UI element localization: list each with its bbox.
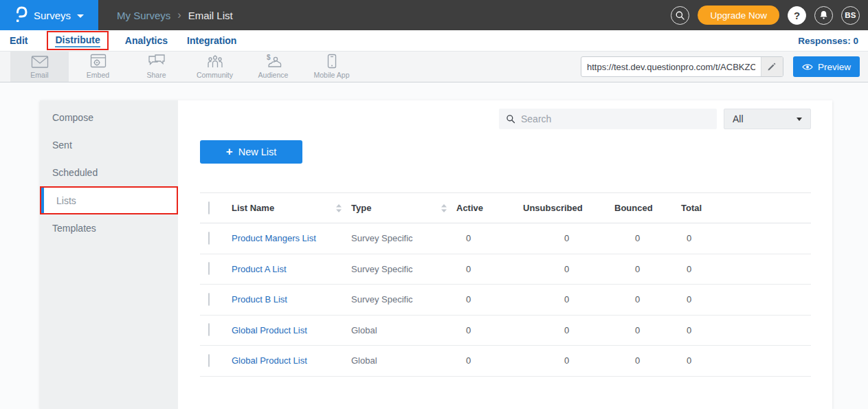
tab-edit[interactable]: Edit bbox=[10, 34, 27, 47]
topbar-actions: Upgrade Now ? BS bbox=[671, 5, 868, 25]
search-box bbox=[499, 109, 717, 129]
column-header-type[interactable]: Type bbox=[351, 203, 456, 213]
preview-button[interactable]: Preview bbox=[793, 56, 860, 77]
row-checkbox[interactable] bbox=[208, 354, 210, 367]
list-name-link[interactable]: Global Product List bbox=[232, 355, 351, 366]
channel-mobile-app[interactable]: Mobile App bbox=[302, 52, 361, 82]
list-type: Survey Specific bbox=[351, 264, 456, 274]
table-row: Product A List Survey Specific 0 0 0 0 bbox=[200, 254, 811, 285]
total-count: 0 bbox=[681, 233, 811, 243]
unsubscribed-count: 0 bbox=[523, 325, 614, 335]
tab-integration[interactable]: Integration bbox=[187, 34, 236, 47]
toolbar-right: Preview bbox=[581, 52, 868, 82]
column-label: Total bbox=[681, 203, 702, 213]
column-header-active: Active bbox=[456, 203, 523, 213]
bounced-count: 0 bbox=[614, 233, 681, 243]
eye-icon bbox=[802, 63, 813, 71]
sidebar-item-sent[interactable]: Sent bbox=[40, 131, 178, 159]
responses-count[interactable]: Responses: 0 bbox=[798, 36, 858, 46]
list-name-link[interactable]: Product B List bbox=[232, 294, 351, 305]
row-checkbox[interactable] bbox=[208, 323, 210, 336]
help-button[interactable]: ? bbox=[788, 6, 806, 25]
user-avatar[interactable]: BS bbox=[841, 6, 860, 25]
bell-icon bbox=[819, 10, 829, 21]
list-type: Survey Specific bbox=[351, 294, 456, 305]
unsubscribed-count: 0 bbox=[523, 264, 614, 274]
tab-distribute[interactable]: Distribute bbox=[55, 33, 100, 47]
email-sidebar: Compose Sent Scheduled Lists Templates bbox=[40, 100, 178, 409]
sidebar-item-compose[interactable]: Compose bbox=[40, 104, 178, 131]
column-header-total: Total bbox=[681, 203, 811, 213]
sidebar-item-lists[interactable]: Lists bbox=[40, 186, 178, 214]
email-lists-card: Compose Sent Scheduled Lists Templates bbox=[40, 100, 832, 409]
row-checkbox[interactable] bbox=[208, 293, 210, 306]
table-row: Global Product List Global 0 0 0 0 bbox=[200, 346, 811, 377]
notifications-button[interactable] bbox=[814, 6, 833, 25]
total-count: 0 bbox=[681, 355, 811, 366]
new-list-button[interactable]: + New List bbox=[200, 140, 302, 164]
active-count: 0 bbox=[456, 325, 523, 335]
avatar-initials: BS bbox=[845, 11, 856, 19]
column-header-list-name[interactable]: List Name bbox=[232, 203, 351, 213]
sidebar-item-scheduled[interactable]: Scheduled bbox=[40, 159, 178, 186]
breadcrumb-my-surveys[interactable]: My Surveys bbox=[117, 10, 170, 21]
sidebar-item-label: Scheduled bbox=[52, 167, 98, 178]
preview-label: Preview bbox=[818, 62, 851, 72]
lists-table: List Name Type Active Unsubscribed Bounc… bbox=[200, 192, 811, 377]
list-type: Global bbox=[351, 325, 456, 335]
table-row: Product B List Survey Specific 0 0 0 0 bbox=[200, 285, 811, 316]
search-input[interactable] bbox=[521, 113, 710, 124]
select-all-checkbox[interactable] bbox=[208, 201, 210, 214]
sidebar-item-label: Templates bbox=[52, 223, 96, 234]
table-row: Product Mangers List Survey Specific 0 0… bbox=[200, 223, 811, 254]
survey-url-group bbox=[581, 56, 783, 77]
bounced-count: 0 bbox=[614, 294, 681, 305]
row-checkbox[interactable] bbox=[208, 262, 210, 275]
channel-embed[interactable]: Embed bbox=[69, 52, 127, 82]
channel-label: Mobile App bbox=[314, 71, 350, 79]
survey-tabbar: Edit Distribute Analytics Integration Re… bbox=[0, 30, 868, 52]
channel-community[interactable]: Community bbox=[186, 52, 244, 82]
channel-audience[interactable]: $ Audience bbox=[244, 52, 302, 82]
questionpro-logo-icon bbox=[14, 6, 27, 24]
channel-label: Embed bbox=[87, 71, 109, 79]
channel-share[interactable]: Share bbox=[127, 52, 186, 82]
pencil-icon bbox=[767, 62, 777, 71]
breadcrumb-separator: › bbox=[177, 9, 181, 21]
channel-label: Community bbox=[197, 71, 233, 79]
unsubscribed-count: 0 bbox=[523, 294, 614, 305]
list-name-link[interactable]: Global Product List bbox=[232, 325, 351, 335]
active-count: 0 bbox=[456, 355, 523, 366]
active-count: 0 bbox=[456, 233, 523, 243]
svg-text:$: $ bbox=[267, 54, 271, 61]
column-header-bounced: Bounced bbox=[614, 203, 681, 213]
channel-label: Audience bbox=[258, 71, 289, 79]
top-navbar: Surveys My Surveys › Email List Upgrade … bbox=[0, 0, 868, 30]
edit-url-button[interactable] bbox=[761, 57, 783, 76]
sort-icon[interactable] bbox=[441, 204, 447, 212]
column-label: Type bbox=[351, 203, 371, 213]
tab-analytics[interactable]: Analytics bbox=[125, 34, 168, 47]
upgrade-now-button[interactable]: Upgrade Now bbox=[698, 5, 779, 25]
list-name-link[interactable]: Product A List bbox=[232, 264, 351, 274]
sidebar-item-templates[interactable]: Templates bbox=[40, 214, 178, 242]
product-switcher[interactable]: Surveys bbox=[0, 0, 98, 30]
channel-label: Email bbox=[30, 71, 48, 79]
audience-icon: $ bbox=[264, 52, 282, 69]
total-count: 0 bbox=[681, 325, 811, 335]
page-background: Compose Sent Scheduled Lists Templates bbox=[0, 82, 868, 409]
list-filter-dropdown[interactable]: All bbox=[724, 109, 811, 129]
breadcrumb: My Surveys › Email List bbox=[117, 9, 233, 21]
share-icon bbox=[148, 52, 166, 69]
survey-url-input[interactable] bbox=[581, 62, 761, 72]
unsubscribed-count: 0 bbox=[523, 233, 614, 243]
chevron-down-icon bbox=[797, 118, 802, 121]
column-label: Unsubscribed bbox=[523, 203, 583, 213]
active-count: 0 bbox=[456, 294, 523, 305]
sidebar-item-label: Compose bbox=[52, 112, 93, 123]
list-name-link[interactable]: Product Mangers List bbox=[232, 233, 351, 243]
sort-icon[interactable] bbox=[336, 204, 342, 212]
channel-email[interactable]: Email bbox=[10, 52, 69, 82]
row-checkbox[interactable] bbox=[208, 232, 210, 245]
search-button[interactable] bbox=[671, 6, 689, 25]
